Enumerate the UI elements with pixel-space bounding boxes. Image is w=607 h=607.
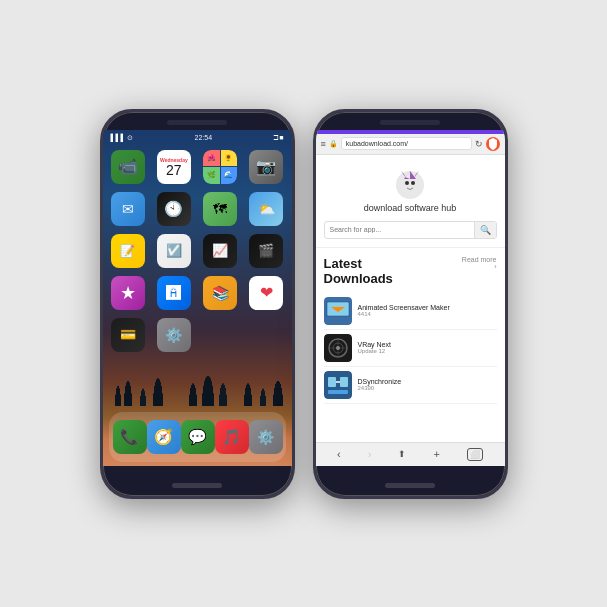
section-title-line2: Downloads xyxy=(324,271,393,286)
brave-browser-icon xyxy=(486,137,500,151)
download-info-1: Animated Screensaver Maker 4414 xyxy=(358,304,450,317)
browser-lock-icon: 🔒 xyxy=(329,140,338,148)
ios-homescreen: ▌▌▌ ⊙ 22:54 ⊐■ 📹 Wednesday 27 xyxy=(103,130,292,466)
ios-status-bar: ▌▌▌ ⊙ 22:54 ⊐■ xyxy=(103,130,292,146)
download-item-3[interactable]: DSynchronize 24390 xyxy=(324,367,497,404)
reminders-icon[interactable]: ☑️ xyxy=(155,234,193,268)
browser-back-button[interactable]: ‹ xyxy=(337,448,341,460)
download-icon-2 xyxy=(324,334,352,362)
signal-icon: ▌▌▌ ⊙ xyxy=(111,134,134,142)
stocks-icon[interactable]: 📈 xyxy=(201,234,239,268)
dock-music-icon[interactable]: 🎵 xyxy=(215,420,249,454)
camera-icon[interactable]: 📷 xyxy=(247,150,285,184)
latest-downloads-section: Latest Downloads Read more › xyxy=(316,248,505,408)
appstore-icon[interactable]: 🅰 xyxy=(155,276,193,310)
ios-icons-grid: 📹 Wednesday 27 🌺 🌻 🌿 🌊 xyxy=(109,150,286,352)
download-item-2[interactable]: VRay Next Update 12 xyxy=(324,330,497,367)
svg-point-3 xyxy=(405,181,409,185)
download-name-2: VRay Next xyxy=(358,341,391,348)
download-name-1: Animated Screensaver Maker xyxy=(358,304,450,311)
time-display: 22:54 xyxy=(195,134,213,141)
download-sub-3: 24390 xyxy=(358,385,402,391)
browser-hero: download software hub 🔍 xyxy=(316,155,505,248)
download-icon-1 xyxy=(324,297,352,325)
site-logo xyxy=(392,167,428,203)
svg-rect-17 xyxy=(340,377,348,387)
browser-tabs-button[interactable]: ⬜ xyxy=(467,448,483,461)
left-phone: ▌▌▌ ⊙ 22:54 ⊐■ 📹 Wednesday 27 xyxy=(100,109,295,499)
wallet-icon[interactable]: 💳 xyxy=(109,318,147,352)
settings-icon[interactable]: ⚙️ xyxy=(155,318,193,352)
right-home-button[interactable] xyxy=(385,483,435,488)
download-info-2: VRay Next Update 12 xyxy=(358,341,391,354)
section-header: Latest Downloads Read more › xyxy=(324,256,497,287)
download-info-3: DSynchronize 24390 xyxy=(358,378,402,391)
section-title: Latest Downloads xyxy=(324,256,393,287)
browser-toolbar: ≡ 🔒 kubadownload.com/ ↻ xyxy=(316,134,505,155)
dock-phone-icon[interactable]: 📞 xyxy=(113,420,147,454)
browser-screen: ≡ 🔒 kubadownload.com/ ↻ xyxy=(316,130,505,466)
star-shape: ★ xyxy=(120,282,136,304)
calendar-day-number: 27 xyxy=(166,163,182,177)
photos-grid: 🌺 🌻 🌿 🌊 xyxy=(203,150,237,184)
download-icon-3 xyxy=(324,371,352,399)
search-button[interactable]: 🔍 xyxy=(474,222,496,238)
search-bar: 🔍 xyxy=(324,221,497,239)
read-more-link[interactable]: Read more › xyxy=(462,256,497,270)
photo-cell-3: 🌿 xyxy=(203,167,220,184)
dock-messages-icon[interactable]: 💬 xyxy=(181,420,215,454)
svg-point-14 xyxy=(336,346,340,350)
browser-forward-button[interactable]: › xyxy=(368,448,372,460)
facetime-icon[interactable]: 📹 xyxy=(109,150,147,184)
svg-point-4 xyxy=(411,181,415,185)
photo-cell-4: 🌊 xyxy=(221,167,238,184)
dock-safari-icon[interactable]: 🧭 xyxy=(147,420,181,454)
right-phone: ≡ 🔒 kubadownload.com/ ↻ xyxy=(313,109,508,499)
clips-icon[interactable]: 🎬 xyxy=(247,234,285,268)
browser-content: download software hub 🔍 Latest Downloads xyxy=(316,155,505,442)
battery-icon: ⊐■ xyxy=(273,134,283,142)
left-phone-screen: ▌▌▌ ⊙ 22:54 ⊐■ 📹 Wednesday 27 xyxy=(103,130,292,466)
section-title-line1: Latest xyxy=(324,256,362,271)
photo-cell-2: 🌻 xyxy=(221,150,238,167)
calendar-icon[interactable]: Wednesday 27 xyxy=(155,150,193,184)
notes-icon[interactable]: 📝 xyxy=(109,234,147,268)
weather-icon[interactable]: ⛅ xyxy=(247,192,285,226)
svg-rect-16 xyxy=(328,377,336,387)
browser-url-bar[interactable]: kubadownload.com/ xyxy=(341,137,472,150)
download-sub-2: Update 12 xyxy=(358,348,391,354)
download-name-3: DSynchronize xyxy=(358,378,402,385)
browser-share-button[interactable]: ⬆ xyxy=(398,449,406,459)
download-item-1[interactable]: Animated Screensaver Maker 4414 xyxy=(324,293,497,330)
right-phone-screen: ≡ 🔒 kubadownload.com/ ↻ xyxy=(316,130,505,466)
browser-add-button[interactable]: + xyxy=(433,448,439,460)
mail-icon[interactable]: ✉ xyxy=(109,192,147,226)
search-input[interactable] xyxy=(325,223,474,236)
read-more-label: Read more xyxy=(462,256,497,263)
svg-rect-18 xyxy=(328,390,348,394)
photos-icon[interactable]: 🌺 🌻 🌿 🌊 xyxy=(201,150,239,184)
browser-menu-button[interactable]: ≡ xyxy=(321,139,326,149)
clock-icon[interactable]: 🕙 xyxy=(155,192,193,226)
home-button[interactable] xyxy=(172,483,222,488)
ios-dock: 📞 🧭 💬 🎵 xyxy=(109,412,286,462)
books-icon[interactable]: 📚 xyxy=(201,276,239,310)
health-icon[interactable]: ❤ xyxy=(247,276,285,310)
site-title: download software hub xyxy=(364,203,457,213)
browser-nav-bar: ‹ › ⬆ + ⬜ xyxy=(316,442,505,466)
featured-icon[interactable]: ★ xyxy=(109,276,147,310)
photo-cell-1: 🌺 xyxy=(203,150,220,167)
browser-reload-button[interactable]: ↻ xyxy=(475,139,483,149)
read-more-arrow: › xyxy=(494,263,496,270)
dock-settings-icon[interactable]: ⚙️ xyxy=(249,420,283,454)
maps-icon[interactable]: 🗺 xyxy=(201,192,239,226)
download-sub-1: 4414 xyxy=(358,311,450,317)
